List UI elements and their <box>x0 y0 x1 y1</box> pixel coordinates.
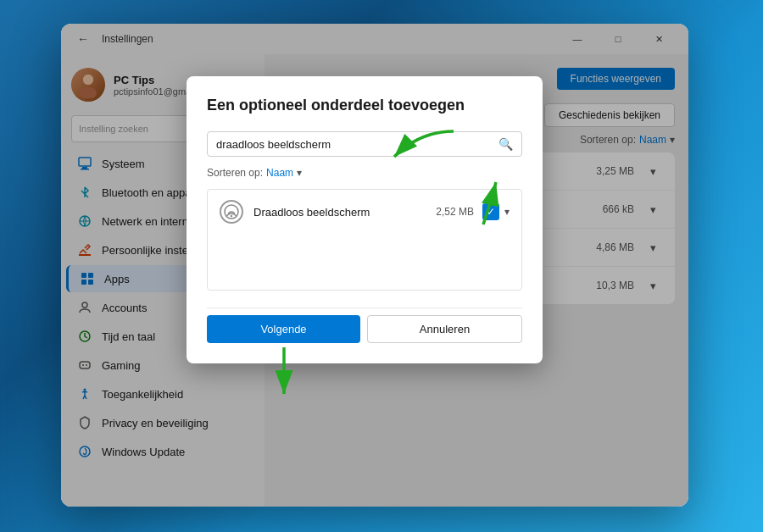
dialog-search-input[interactable] <box>216 138 498 151</box>
volgende-button[interactable]: Volgende <box>207 315 360 343</box>
dialog-sort-row: Sorteren op: Naam ▾ <box>207 167 522 179</box>
dialog-sort-value[interactable]: Naam <box>266 167 293 179</box>
draadloos-name: Draadloos beeldscherm <box>253 206 436 219</box>
draadloos-icon <box>220 200 243 224</box>
add-optional-feature-dialog: Een optioneel onderdeel toevoegen 🔍 Sort… <box>187 76 543 363</box>
draadloos-expand-icon[interactable]: ▾ <box>504 206 510 218</box>
dialog-sort-chevron-icon: ▾ <box>297 167 302 179</box>
dialog-title: Een optioneel onderdeel toevoegen <box>207 97 522 114</box>
annuleren-button[interactable]: Annuleren <box>367 315 522 343</box>
dialog-feature-item-draadloos: Draadloos beeldscherm 2,52 MB ✓ ▾ <box>208 190 521 234</box>
dialog-feature-list: Draadloos beeldscherm 2,52 MB ✓ ▾ <box>207 189 522 291</box>
dialog-search-box[interactable]: 🔍 <box>207 131 522 157</box>
svg-point-19 <box>231 215 232 217</box>
dialog-sort-label: Sorteren op: <box>207 167 263 179</box>
draadloos-size: 2,52 MB <box>436 206 474 218</box>
draadloos-checkbox[interactable]: ✓ <box>482 203 499 220</box>
dialog-footer: Volgende Annuleren <box>207 308 522 343</box>
search-icon: 🔍 <box>498 137 513 151</box>
